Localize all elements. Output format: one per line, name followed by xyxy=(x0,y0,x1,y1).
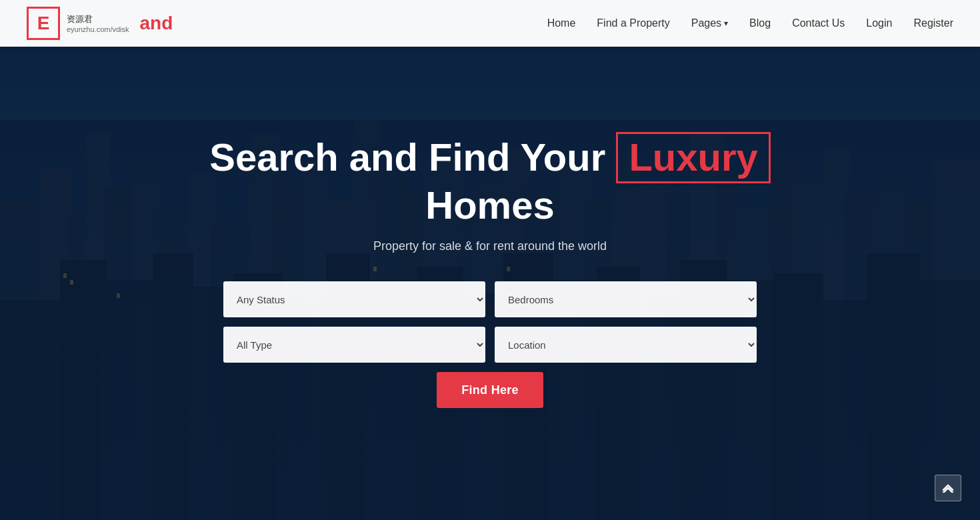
hero-title-start: Search and Find Your xyxy=(209,135,605,179)
logo-text: 资源君 eyunzhu.com/vdisk xyxy=(67,13,129,33)
nav-blog[interactable]: Blog xyxy=(749,17,771,29)
logo-icon: E xyxy=(27,7,60,40)
search-row-2: All Type House Apartment Commercial Land… xyxy=(223,327,757,363)
header: E 资源君 eyunzhu.com/vdisk and Home Find a … xyxy=(0,0,980,47)
logo-area: E 资源君 eyunzhu.com/vdisk and xyxy=(27,7,173,40)
find-here-button[interactable]: Find Here xyxy=(437,372,543,408)
pages-chevron-down-icon: ▾ xyxy=(724,19,728,28)
brand-url: eyunzhu.com/vdisk xyxy=(67,25,129,33)
hero-title: Search and Find Your Luxury Homes xyxy=(209,132,771,227)
hero-section: Search and Find Your Luxury Homes Proper… xyxy=(0,0,980,520)
logo-and-text: and xyxy=(140,13,173,34)
search-form: Any Status For Sale For Rent Sold Pendin… xyxy=(223,281,757,408)
nav-contact-us[interactable]: Contact Us xyxy=(792,17,845,29)
nav-pages[interactable]: Pages xyxy=(691,17,721,29)
nav-login[interactable]: Login xyxy=(866,17,892,29)
nav-pages-container[interactable]: Pages ▾ xyxy=(691,17,728,29)
main-nav: Home Find a Property Pages ▾ Blog Contac… xyxy=(547,17,953,29)
scroll-to-top-button[interactable] xyxy=(935,475,961,501)
chevron-up-icon xyxy=(942,483,954,493)
type-select[interactable]: All Type House Apartment Commercial Land… xyxy=(223,327,485,363)
nav-find-property[interactable]: Find a Property xyxy=(597,17,669,29)
search-row-1: Any Status For Sale For Rent Sold Pendin… xyxy=(223,281,757,317)
hero-content: Search and Find Your Luxury Homes Proper… xyxy=(0,0,980,520)
nav-register[interactable]: Register xyxy=(913,17,953,29)
location-select[interactable]: Location New York Los Angeles Chicago Ho… xyxy=(495,327,757,363)
hero-title-end: Homes xyxy=(425,183,554,227)
status-select[interactable]: Any Status For Sale For Rent Sold Pendin… xyxy=(223,281,485,317)
hero-subtitle: Property for sale & for rent around the … xyxy=(373,239,607,253)
hero-title-highlight: Luxury xyxy=(616,132,770,183)
bedrooms-select[interactable]: Bedrooms 1 2 3 4 5+ xyxy=(495,281,757,317)
brand-name: 资源君 xyxy=(67,13,129,25)
nav-home[interactable]: Home xyxy=(547,17,576,29)
